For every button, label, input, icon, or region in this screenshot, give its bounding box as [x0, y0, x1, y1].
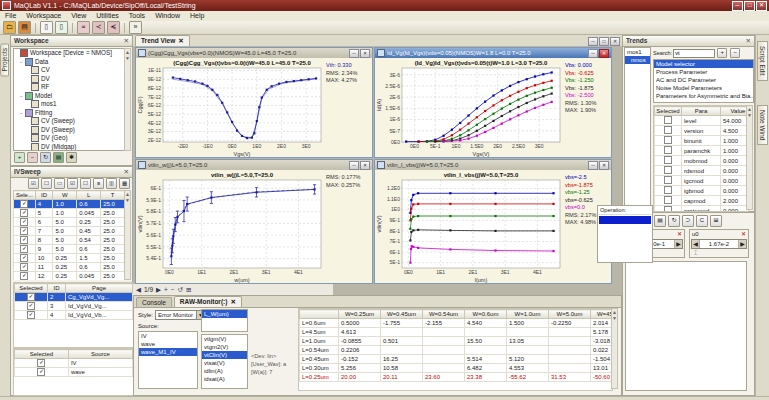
- search-add-button[interactable]: +: [717, 48, 727, 58]
- style-dropdown[interactable]: Error Monitor ▾: [155, 310, 207, 320]
- tree-item[interactable]: DV: [14, 75, 124, 84]
- menu-tools[interactable]: Tools: [124, 11, 150, 21]
- quantity-list-item[interactable]: vtClin(V): [202, 351, 247, 359]
- note-vertical-tab[interactable]: Note Wind: [757, 105, 768, 145]
- iv-grid-icon[interactable]: ▦: [119, 178, 130, 189]
- plot-minimize-button[interactable]: ─: [349, 49, 359, 58]
- row-checkbox[interactable]: [664, 196, 672, 204]
- tuner-slider-tick[interactable]: ⌶: [690, 250, 748, 257]
- search-remove-button[interactable]: −: [730, 48, 740, 58]
- column-header[interactable]: [300, 310, 339, 319]
- tab-trend-view[interactable]: Trend View ✕: [135, 35, 190, 46]
- mdi-restore-button[interactable]: □: [599, 37, 609, 46]
- tab-raw-monitor[interactable]: RAW-Monitor(:) ✕: [174, 296, 242, 307]
- projects-vertical-tab[interactable]: Projects: [0, 43, 9, 76]
- page-row[interactable]: ✓3Id_VgVd_Vg...: [15, 302, 133, 311]
- page-row[interactable]: ✓2Cg_VgVd_Vg...: [15, 293, 133, 302]
- category-list-item[interactable]: Process Parameter: [654, 68, 753, 76]
- menu-view[interactable]: View: [66, 11, 91, 21]
- connect-icon[interactable]: ≼: [107, 21, 120, 34]
- category-list-item[interactable]: Parameters for Asymmetric and Bia...: [654, 92, 753, 100]
- ivsweep-row[interactable]: ✓75.00.4525.0: [14, 227, 125, 236]
- row-checkbox[interactable]: ✓: [37, 359, 45, 367]
- row-checkbox[interactable]: ✓: [20, 272, 28, 280]
- row-checkbox[interactable]: ✓: [20, 227, 28, 235]
- iv-check-all-icon[interactable]: ☑: [28, 178, 39, 189]
- column-header[interactable]: L: [77, 191, 101, 200]
- column-header[interactable]: Selected: [655, 107, 682, 116]
- source-list-item[interactable]: wave_M1_IV: [139, 348, 197, 356]
- close-button[interactable]: ✕: [756, 1, 767, 11]
- row-checkbox[interactable]: ✓: [20, 218, 28, 226]
- ivsweep-row[interactable]: ✓120.250.04525.0: [14, 272, 125, 281]
- plot-window-titlebar[interactable]: vtlin_w(j)L=5.0,T=25.0─✕: [136, 160, 372, 170]
- tree-item[interactable]: DV (Midgap): [14, 143, 124, 152]
- monitor-row[interactable]: L=0.6um0.5000-1.755-2.1554.5401.500-0.22…: [300, 319, 614, 328]
- link-icon[interactable]: ∝: [77, 21, 90, 34]
- row-checkbox[interactable]: [664, 146, 672, 154]
- mdi-minimize-button[interactable]: ─: [588, 37, 598, 46]
- row-checkbox[interactable]: ✓: [20, 209, 28, 217]
- parameter-row[interactable]: rdsmod0.000: [655, 166, 750, 176]
- quantity-list-item[interactable]: idsat(A): [202, 375, 247, 383]
- ws-import-icon[interactable]: ▤: [53, 152, 64, 163]
- parameter-row[interactable]: mobmod0.000: [655, 156, 750, 166]
- mdi-close-button[interactable]: ✕: [610, 37, 620, 46]
- open-workspace-icon[interactable]: 🗀: [3, 21, 16, 34]
- column-header[interactable]: W=1.0um: [507, 310, 549, 319]
- tuner-save-icon[interactable]: ▤: [654, 215, 666, 227]
- category-list-item[interactable]: Noise Model Parameters: [654, 84, 753, 92]
- iv-filter-icon[interactable]: ▭: [54, 178, 65, 189]
- plot-close-button[interactable]: ✕: [360, 161, 370, 170]
- row-checkbox[interactable]: [664, 176, 672, 184]
- monitor-scrollbar[interactable]: ▲▼: [611, 308, 618, 389]
- row-checkbox[interactable]: [664, 126, 672, 134]
- ws-settings-icon[interactable]: ✱: [66, 152, 77, 163]
- plot-minimize-button[interactable]: ─: [588, 49, 598, 58]
- tree-item[interactable]: RF: [14, 83, 124, 92]
- nav-zoom-out[interactable]: −: [171, 286, 175, 293]
- group-list-item[interactable]: L_W(um): [202, 310, 247, 318]
- row-checkbox[interactable]: ✓: [27, 311, 35, 319]
- workspace-scrollbar[interactable]: ▲▼: [124, 48, 131, 151]
- quantity-list-item[interactable]: idlin(A): [202, 367, 247, 375]
- iv-box-icon[interactable]: ☐: [80, 178, 91, 189]
- parameter-row[interactable]: igbmod0.000: [655, 186, 750, 196]
- tuner-remove-icon[interactable]: ✕: [741, 230, 746, 238]
- plot-window-titlebar[interactable]: vtlin_l_vbs(j)W=5.0,T=25.0─✕: [375, 160, 611, 170]
- ivsweep-row[interactable]: ✓110.250.625.0: [14, 263, 125, 272]
- row-checkbox[interactable]: [664, 116, 672, 124]
- plot-window-titlebar[interactable]: (Cgg)Cgg_Vgs(vbs=0.0)(NMOS)W=45.0 L=45.0…: [136, 48, 372, 58]
- model-list-item[interactable]: mos1: [625, 48, 650, 56]
- ws-refresh-icon[interactable]: ↻: [40, 152, 51, 163]
- monitor-row[interactable]: L=1.0um-0.08550.50115.5013.05-3.018: [300, 337, 614, 346]
- nav-tile[interactable]: ⊞: [186, 286, 191, 294]
- iv-check-icon[interactable]: ☑: [67, 178, 78, 189]
- column-header[interactable]: Sele...: [14, 191, 36, 200]
- save-workspace-icon[interactable]: ▤: [18, 21, 31, 34]
- tree-item[interactable]: CV (Sweep): [14, 117, 124, 126]
- ws-remove-icon[interactable]: −: [27, 152, 38, 163]
- tree-group[interactable]: −Data: [14, 58, 124, 67]
- parameter-row[interactable]: version4.500: [655, 126, 750, 136]
- workspace-close-icon[interactable]: ✕: [124, 36, 129, 46]
- row-checkbox[interactable]: ✓: [37, 368, 45, 376]
- row-checkbox[interactable]: ✓: [20, 200, 28, 208]
- column-header[interactable]: W=0.25um: [339, 310, 381, 319]
- menu-workspace[interactable]: Workspace: [21, 11, 66, 21]
- plot-close-button[interactable]: ✕: [360, 49, 370, 58]
- column-header[interactable]: Selected: [15, 284, 48, 293]
- plot-close-button[interactable]: ✕: [599, 49, 609, 58]
- column-header[interactable]: T: [101, 191, 125, 200]
- column-header[interactable]: W: [53, 191, 77, 200]
- column-header[interactable]: Value: [721, 107, 750, 116]
- minimize-button[interactable]: ─: [732, 1, 743, 11]
- monitor-row[interactable]: L=4.5um4.6135.178: [300, 328, 614, 337]
- tree-expander-icon[interactable]: −: [19, 58, 24, 67]
- plot-minimize-button[interactable]: ─: [349, 161, 359, 170]
- iv-rows-icon[interactable]: ≡: [93, 178, 104, 189]
- trends-close-icon[interactable]: ✕: [746, 36, 751, 46]
- ivsweep-row[interactable]: ✓85.00.5425.0: [14, 236, 125, 245]
- source-list-item[interactable]: IV: [139, 332, 197, 340]
- tuner-undo-icon[interactable]: ↻: [668, 215, 680, 227]
